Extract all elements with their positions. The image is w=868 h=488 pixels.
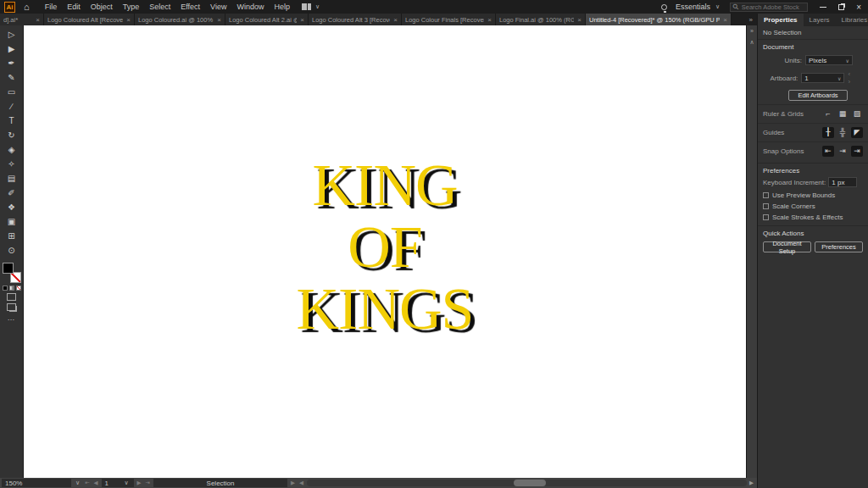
menu-type[interactable]: Type: [118, 3, 145, 11]
artboard-canvas[interactable]: KING OF KINGS: [24, 25, 746, 478]
status-prev-icon[interactable]: ◀: [298, 480, 304, 486]
home-icon[interactable]: ⌂: [24, 2, 30, 12]
close-tab-icon[interactable]: ×: [300, 16, 304, 24]
document-tab[interactable]: Logo Coloured Alt [Recovered].ai* ×: [44, 14, 135, 25]
menu-select[interactable]: Select: [144, 3, 175, 11]
artboard-tool[interactable]: ⊞: [4, 230, 19, 242]
menu-object[interactable]: Object: [86, 3, 118, 11]
search-input[interactable]: [742, 3, 808, 11]
shape-builder-tool[interactable]: ▣: [4, 216, 19, 228]
document-setup-button[interactable]: Document Setup: [763, 241, 811, 252]
snap-options-label: Snap Options: [763, 147, 820, 155]
close-tab-icon[interactable]: ×: [393, 16, 398, 24]
document-tab[interactable]: d].ai* ×: [0, 14, 44, 25]
edit-toolbar-icon[interactable]: …: [8, 313, 16, 322]
grid-icon[interactable]: ▦: [837, 108, 849, 119]
lock-guides-icon[interactable]: ╬: [837, 127, 849, 138]
selection-tool[interactable]: ▷: [4, 29, 19, 41]
keyboard-increment-input[interactable]: [828, 177, 857, 187]
close-tab-icon[interactable]: ×: [217, 16, 221, 24]
pencil-tool[interactable]: ✐: [4, 187, 19, 199]
edit-artboards-button[interactable]: Edit Artboards: [788, 90, 848, 101]
show-guides-icon[interactable]: ╂: [822, 127, 834, 138]
previous-artboard-icon[interactable]: ◀: [93, 480, 99, 486]
preferences-button[interactable]: Preferences: [815, 241, 863, 252]
document-tab[interactable]: Logo Coloured Alt 3 [Recovered].ai* ×: [309, 14, 402, 25]
smart-guides-icon[interactable]: ◤: [851, 127, 863, 138]
zoom-dropdown-icon[interactable]: ∨: [74, 480, 81, 486]
status-next-icon[interactable]: ▶: [290, 480, 296, 486]
close-tab-icon[interactable]: ×: [126, 16, 131, 24]
artboard-dropdown[interactable]: 1 ∨: [801, 73, 844, 83]
corner-ruler-icon[interactable]: ⌐: [822, 108, 834, 119]
drawing-mode-icon[interactable]: [7, 293, 16, 301]
transparency-grid-icon[interactable]: ▨: [851, 108, 863, 119]
close-tab-icon[interactable]: ×: [723, 16, 727, 24]
restore-icon[interactable]: [838, 4, 844, 10]
tab-properties[interactable]: Properties: [758, 14, 804, 26]
logo-text-object[interactable]: KING OF KINGS: [24, 154, 746, 340]
knife-tool[interactable]: ∕: [4, 101, 19, 113]
fill-stroke-control[interactable]: [3, 263, 21, 283]
zoom-tool[interactable]: ⊙: [4, 245, 19, 257]
color-swatch-icon[interactable]: [3, 286, 8, 291]
gradient-swatch-icon[interactable]: [9, 286, 14, 291]
paintbrush-tool[interactable]: ✎: [4, 72, 19, 84]
adobe-stock-search[interactable]: ⚲: [730, 3, 808, 12]
horizontal-scrollbar[interactable]: [307, 480, 747, 486]
menu-window[interactable]: Window: [231, 3, 269, 11]
next-artboard-icon[interactable]: ▶: [136, 480, 142, 486]
chevron-down-icon: ∨: [314, 3, 321, 10]
document-tab[interactable]: Logo Coloured.ai @ 100% (... ×: [135, 14, 225, 25]
tab-libraries[interactable]: Libraries: [836, 14, 868, 26]
artboard-prev-next-icons[interactable]: ‹ ›: [848, 70, 863, 86]
first-artboard-icon[interactable]: ⇤: [84, 480, 90, 486]
menu-effect[interactable]: Effect: [175, 3, 205, 11]
menu-help[interactable]: Help: [269, 3, 295, 11]
last-artboard-icon[interactable]: ⇥: [145, 480, 151, 486]
document-tab[interactable]: Logo Colour Finals [Recovered].ai* ×: [402, 14, 496, 25]
scrollbar-thumb[interactable]: [514, 480, 546, 486]
expand-panels-icon[interactable]: »: [750, 28, 754, 34]
lightbulb-icon[interactable]: [661, 4, 667, 10]
none-swatch-icon[interactable]: [16, 286, 21, 291]
screen-mode-icon[interactable]: [7, 303, 16, 311]
hand-tool[interactable]: ❖: [4, 202, 19, 214]
scroll-right-icon[interactable]: ▶: [749, 480, 755, 486]
scale-strokes-effects-checkbox[interactable]: [763, 214, 769, 220]
snap-to-pixel-icon[interactable]: ⇥: [851, 146, 863, 157]
fill-color-chip[interactable]: [3, 263, 14, 274]
workspace-switcher[interactable]: Essentials ∨: [676, 3, 721, 11]
minimize-icon[interactable]: [820, 7, 826, 8]
document-tab-active[interactable]: Untitled-4 [Recovered]* @ 150% (RGB/GPU …: [586, 14, 732, 25]
pen-tool[interactable]: ✒: [4, 58, 19, 69]
units-dropdown[interactable]: Pixels ∨: [805, 55, 853, 65]
scroll-up-icon[interactable]: ∧: [749, 39, 754, 46]
direct-selection-tool[interactable]: ▶: [4, 43, 19, 55]
artboard-navigation-field[interactable]: 1 ∨: [102, 479, 134, 487]
close-tab-icon[interactable]: ×: [36, 16, 40, 24]
logo-text-line3: KINGS: [24, 278, 746, 340]
snap-to-point-icon[interactable]: ⇤: [822, 146, 834, 157]
width-tool[interactable]: ✧: [4, 158, 19, 170]
rotate-tool[interactable]: ↻: [4, 130, 19, 141]
eraser-tool[interactable]: ◈: [4, 144, 19, 156]
document-tab[interactable]: Logo Coloured Alt 2.ai @ 6... ×: [225, 14, 309, 25]
close-tab-icon[interactable]: ×: [487, 16, 492, 24]
snap-to-grid-icon[interactable]: ⇥: [837, 146, 849, 157]
use-preview-bounds-checkbox[interactable]: [763, 192, 769, 198]
type-tool[interactable]: T: [4, 115, 19, 127]
rectangle-tool[interactable]: ▭: [4, 86, 19, 98]
tab-overflow-icon[interactable]: »: [745, 14, 757, 25]
tab-layers[interactable]: Layers: [804, 14, 836, 26]
scale-corners-checkbox[interactable]: [763, 203, 769, 209]
arrange-documents-button[interactable]: ∨: [302, 3, 321, 10]
menu-file[interactable]: File: [40, 3, 63, 11]
zoom-level-field[interactable]: 150%: [2, 479, 71, 487]
document-tab[interactable]: Logo Final.ai @ 100% (RGB... ×: [496, 14, 586, 25]
menu-view[interactable]: View: [205, 3, 231, 11]
close-tab-icon[interactable]: ×: [577, 16, 581, 24]
menu-edit[interactable]: Edit: [62, 3, 86, 11]
gradient-tool[interactable]: ▤: [4, 173, 19, 185]
close-icon[interactable]: ×: [856, 3, 861, 12]
